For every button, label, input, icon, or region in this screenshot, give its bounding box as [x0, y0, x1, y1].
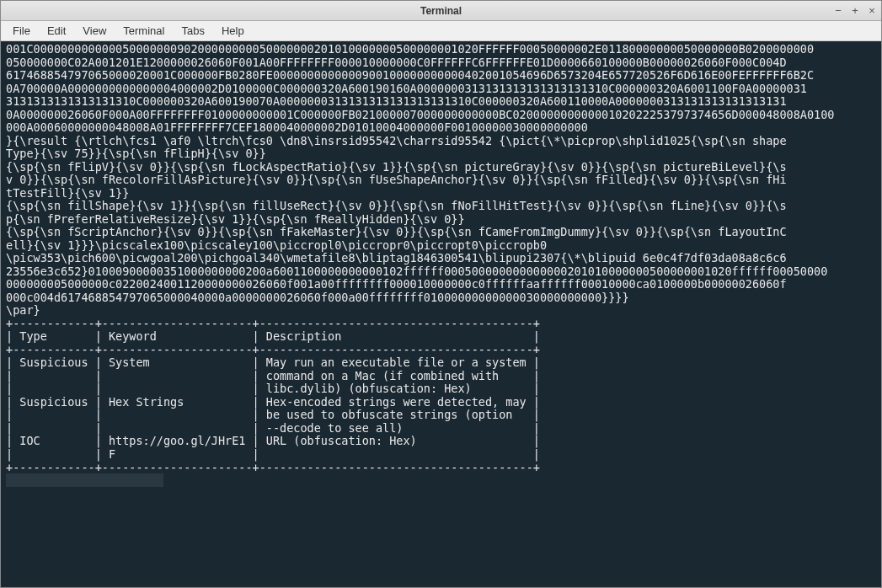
menu-terminal[interactable]: Terminal — [115, 23, 173, 39]
table-row: | Suspicious | System | May run an execu… — [6, 355, 540, 369]
hex-line: 617468854797065000020001C000000FB0280FE0… — [6, 68, 814, 82]
table-row: | | | command on a Mac (if combined with… — [6, 369, 540, 382]
table-row: | | | libc.dylib) (obfuscation: Hex) | — [6, 382, 540, 395]
table-row: | | | --decode to see all) | — [6, 421, 540, 435]
hex-line: 0A000000026060F000A00FFFFFFFF01000000000… — [6, 108, 834, 121]
table-row: | Suspicious | Hex Strings | Hex-encoded… — [6, 395, 540, 409]
rtf-par: \par} — [6, 303, 40, 317]
minimize-icon[interactable]: − — [832, 5, 844, 17]
rtf-line: tTestFill}{\sv 1}} — [6, 186, 129, 200]
rtf-line: {\sp{\sn fFlipV}{\sv 0}}{\sp{\sn fLockAs… — [6, 160, 787, 174]
rtf-line: Type}{\sv 75}}{\sp{\sn fFlipH}{\sv 0}} — [6, 147, 266, 160]
window-controls: − + × — [832, 5, 878, 17]
close-icon[interactable]: × — [866, 5, 878, 17]
table-row: | | F | | — [6, 447, 540, 461]
hex-line: 050000000C02A001201E1200000026060F001A00… — [6, 56, 787, 69]
menu-edit[interactable]: Edit — [39, 23, 74, 39]
table-border: +------------+----------------------+---… — [6, 343, 540, 356]
maximize-icon[interactable]: + — [849, 5, 861, 17]
rtf-line: {\sp{\sn fillShape}{\sv 1}}{\sp{\sn fill… — [6, 199, 787, 212]
rtf-line: ell}{\sv 1}}}\picscalex100\picscaley100\… — [6, 238, 547, 252]
titlebar[interactable]: Terminal − + × — [1, 1, 881, 21]
rtf-line: {\sp{\sn fScriptAnchor}{\sv 0}}{\sp{\sn … — [6, 225, 787, 238]
hex-line: 3131313131313131310C000000320A600190070A… — [6, 94, 787, 108]
table-row: | IOC | https://goo.gl/JHrE1 | URL (obfu… — [6, 434, 540, 447]
terminal-window: Terminal − + × File Edit View Terminal T… — [0, 0, 882, 588]
rtf-line: \picw353\pich600\picwgoal200\pichgoal340… — [6, 251, 787, 265]
hex-line: 000000005000000c022002400112000000002606… — [6, 277, 787, 291]
menubar: File Edit View Terminal Tabs Help — [1, 21, 881, 41]
table-border: +------------+----------------------+---… — [6, 317, 540, 330]
table-header: | Type | Keyword | Description | — [6, 329, 540, 343]
rtf-line: }{\result {\rtlch\fcs1 \af0 \ltrch\fcs0 … — [6, 134, 787, 147]
menu-tabs[interactable]: Tabs — [173, 23, 212, 39]
terminal-output: 001C000000000000050000000902000000000500… — [6, 43, 876, 488]
hex-line: 0A700000A0000000000000004000002D0100000C… — [6, 82, 807, 95]
hex-line: 000c004d617468854797065000040000a0000000… — [6, 291, 629, 304]
terminal-content[interactable]: 001C000000000000050000000902000000000500… — [1, 41, 881, 587]
table-border: +------------+----------------------+---… — [6, 461, 540, 474]
window-title: Terminal — [420, 5, 462, 17]
menu-help[interactable]: Help — [213, 23, 253, 39]
hex-line: 001C000000000000050000000902000000000500… — [6, 42, 814, 56]
hex-line: 000A00060000000048008A01FFFFFFFF7CEF1800… — [6, 120, 588, 134]
rtf-line: v 0}}{\sp{\sn fRecolorFillAsPicture}{\sv… — [6, 173, 787, 186]
rtf-line: p{\sn fPreferRelativeResize}{\sv 1}}{\sp… — [6, 212, 465, 226]
menu-view[interactable]: View — [74, 23, 115, 39]
menu-file[interactable]: File — [4, 23, 39, 39]
prompt-highlight — [6, 473, 163, 487]
table-row: | | | be used to obfuscate strings (opti… — [6, 408, 540, 421]
rtf-line: 23556e3c652}01000900000351000000000200a6… — [6, 265, 827, 278]
